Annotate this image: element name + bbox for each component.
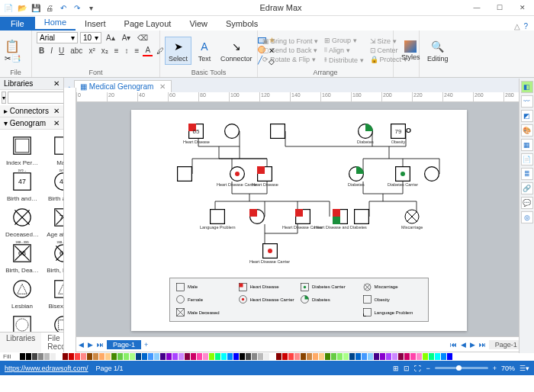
rail-layer-icon[interactable]: ≣ [521,168,533,180]
color-swatch[interactable] [124,353,129,360]
geno-node[interactable] [249,209,265,224]
ribbon-collapse-icon[interactable]: △ [514,22,520,31]
color-swatch[interactable] [398,353,404,360]
font-clear-icon[interactable]: ⌫ [135,32,150,43]
document-tab[interactable]: ▦ Medical Genogram ✕ [74,80,172,92]
text-button[interactable]: A Text [194,37,215,64]
color-swatch[interactable] [179,353,184,360]
color-swatch[interactable] [246,353,251,360]
tab-insert[interactable]: Insert [76,17,115,31]
page-nav2-prev[interactable]: ◀ [460,341,467,349]
lib-search-input[interactable] [8,92,64,104]
copy-icon[interactable]: 📑 [11,54,21,63]
group-button[interactable]: ⊞Group ▾ [324,37,364,44]
color-swatch[interactable] [215,353,220,360]
geno-node[interactable]: Diabetes Carrier [388,166,418,187]
color-swatch[interactable] [380,353,385,360]
rail-line-icon[interactable]: 〰 [521,95,533,108]
tab-view[interactable]: View [180,17,217,31]
qat-save-icon[interactable]: 💾 [31,2,41,13]
rail-theme-icon[interactable]: 🎨 [521,124,533,137]
font-grow-icon[interactable]: A▴ [104,32,117,43]
page-prev-icon[interactable]: ◀ [78,341,85,349]
color-swatch[interactable] [185,353,190,360]
geno-node[interactable] [270,124,285,139]
close-button[interactable]: ✕ [511,0,534,15]
bold-button[interactable]: B [37,45,47,56]
tab-symbols[interactable]: Symbols [217,17,267,31]
color-swatch[interactable] [252,353,257,360]
color-swatch[interactable] [63,353,68,360]
color-swatch[interactable] [69,353,74,360]
color-swatch[interactable] [447,353,452,360]
tab-page-layout[interactable]: Page Layout [115,17,181,31]
color-swatch[interactable] [233,353,239,360]
align-obj-button[interactable]: ⫴Align ▾ [324,46,364,54]
qat-undo-icon[interactable]: ↶ [58,2,69,13]
bullets-button[interactable]: ≡ [112,45,121,56]
page-nav2-last[interactable]: ⏭ [478,341,487,349]
page-add-icon[interactable]: + [143,341,149,349]
rail-layout-icon[interactable]: ▦ [521,139,533,151]
color-swatch[interactable] [166,353,172,360]
color-swatch[interactable] [441,353,446,360]
connector-button[interactable]: ↘ Connector [217,37,256,64]
color-swatch[interactable] [148,353,153,360]
color-swatch[interactable] [56,353,62,360]
shape-sq68[interactable]: 1938 – 200568Birth, Dea… [2,239,42,274]
color-swatch[interactable] [111,353,117,360]
rail-shadow-icon[interactable]: ◩ [521,110,533,122]
color-swatch[interactable] [38,353,43,360]
color-swatch[interactable] [99,353,105,360]
page-nav2-next[interactable]: ▶ [469,341,476,349]
color-swatch[interactable] [404,353,410,360]
color-swatch[interactable] [349,353,355,360]
color-swatch[interactable] [87,353,92,360]
color-swatch[interactable] [307,353,312,360]
qat-print-icon[interactable]: 🖨 [44,2,55,13]
color-swatch[interactable] [136,353,141,360]
shape-square[interactable]: Male [43,132,63,166]
shape-circsq[interactable]: Transgen… [43,311,63,332]
qat-redo-icon[interactable]: ↷ [72,2,82,13]
color-swatch[interactable] [301,353,306,360]
page-canvas[interactable]: 65Heart DiseaseDiabetes79ObesityHeart Di… [131,110,467,331]
spacing-button[interactable]: ↕ [123,45,131,56]
color-swatch[interactable] [423,353,428,360]
qat-open-icon[interactable]: 📂 [17,2,27,13]
cut-icon[interactable]: ✂ [5,54,11,63]
rail-comment-icon[interactable]: 💬 [521,197,533,209]
paste-icon[interactable]: 📋 [5,39,21,53]
color-swatch[interactable] [374,353,379,360]
rail-page-icon[interactable]: 📄 [521,153,533,165]
color-swatch[interactable] [191,353,196,360]
color-swatch[interactable] [313,353,318,360]
sub-button[interactable]: x₂ [99,45,111,56]
shape-dsquare[interactable]: Index Per… [2,132,42,166]
font-shrink-icon[interactable]: A▾ [120,32,134,43]
shape-sq70[interactable]: 70Age at De… [43,204,63,238]
qat-more-icon[interactable]: ▾ [85,2,96,13]
bring-front-button[interactable]: ▣Bring to Front ▾ [262,37,318,45]
geno-node[interactable]: Language Problem [200,209,235,230]
geno-node[interactable]: Diabetes [357,124,374,144]
lib-menu-button[interactable]: ▾ [2,92,6,104]
geno-node[interactable] [224,124,240,139]
zoom-slider[interactable] [435,367,488,369]
color-swatch[interactable] [362,353,367,360]
color-swatch[interactable] [368,353,373,360]
shape-sq47[interactable]: 1970 →47Birth and… [2,168,42,202]
color-swatch[interactable] [410,353,416,360]
tab-file-recovery[interactable]: File Recovery [41,333,64,352]
tab-libraries[interactable]: Libraries [0,333,41,352]
zoom-out-icon[interactable]: − [426,365,429,372]
color-swatch[interactable] [258,353,263,360]
distribute-button[interactable]: ⫵Distribute ▾ [324,56,364,64]
geno-node[interactable]: Diabetes [348,166,365,187]
geno-node[interactable]: Heart Disease [252,166,278,187]
color-swatch[interactable] [221,353,227,360]
minimize-button[interactable]: — [465,0,488,15]
geno-node[interactable] [177,166,192,182]
page-nav2-first[interactable]: ⏮ [449,341,458,349]
geno-node[interactable] [354,209,369,224]
